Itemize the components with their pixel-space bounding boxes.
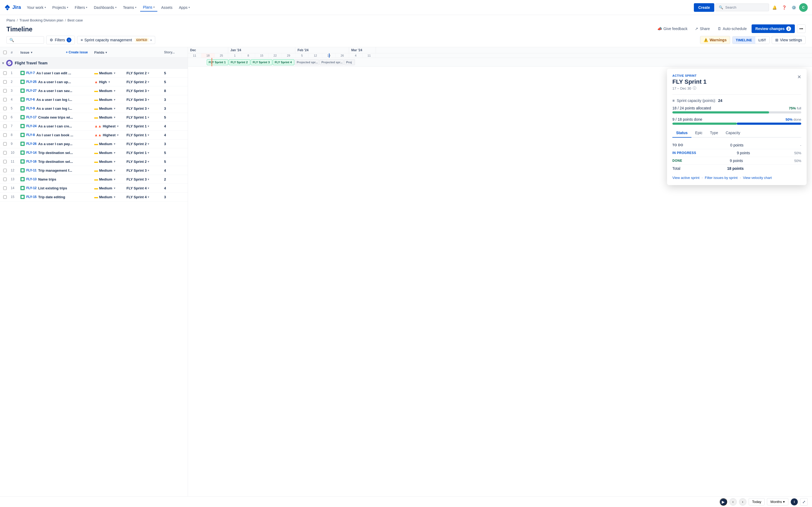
- nav-teams[interactable]: Teams ▾: [120, 4, 139, 11]
- play-button[interactable]: ▶: [720, 498, 727, 506]
- row-checkbox[interactable]: [3, 116, 7, 119]
- priority-dropdown-icon[interactable]: ▾: [114, 151, 115, 154]
- sprint-dropdown-icon[interactable]: ▾: [148, 89, 149, 92]
- sprint-dropdown-icon[interactable]: ▾: [148, 143, 149, 146]
- priority-dropdown-icon[interactable]: ▾: [114, 143, 115, 146]
- share-button[interactable]: ↗ Share: [692, 25, 712, 33]
- auto-schedule-button[interactable]: 🗓 Auto-schedule: [715, 25, 750, 33]
- search-bar[interactable]: 🔍 Search: [715, 3, 769, 11]
- notifications-button[interactable]: 🔔: [770, 3, 779, 12]
- expand-button[interactable]: ⤢: [800, 498, 808, 506]
- row-checkbox[interactable]: [3, 186, 7, 190]
- row-checkbox[interactable]: [3, 98, 7, 101]
- sprint-dropdown-icon[interactable]: ▾: [148, 72, 149, 74]
- sprint-bar-proj3[interactable]: Proj: [344, 59, 355, 65]
- nav-plans[interactable]: Plans ▾: [140, 3, 157, 11]
- row-checkbox[interactable]: [3, 178, 7, 181]
- issue-key[interactable]: FLY-6: [26, 98, 35, 101]
- sprint-dropdown-icon[interactable]: ▾: [148, 98, 149, 101]
- create-issue-button[interactable]: + Create issue: [64, 49, 90, 55]
- issue-key[interactable]: FLY-16: [26, 160, 37, 163]
- issue-key[interactable]: FLY-13: [26, 177, 37, 181]
- settings-button[interactable]: ⚙️: [790, 3, 798, 12]
- help-button[interactable]: ❓: [780, 3, 789, 12]
- select-all-checkbox[interactable]: [3, 51, 7, 54]
- view-velocity-link[interactable]: View velocity chart: [743, 176, 772, 180]
- view-settings-button[interactable]: ⊞ View settings: [772, 36, 806, 44]
- priority-dropdown-icon[interactable]: ▾: [114, 98, 115, 101]
- review-changes-button[interactable]: Review changes 2: [752, 24, 795, 33]
- issue-key[interactable]: FLY-8: [26, 133, 35, 137]
- team-collapse-icon[interactable]: ▾: [2, 61, 4, 65]
- row-checkbox[interactable]: [3, 151, 7, 155]
- issue-key[interactable]: FLY-11: [26, 168, 37, 172]
- nav-dashboards[interactable]: Dashboards ▾: [91, 4, 119, 11]
- issue-key[interactable]: FLY-15: [26, 195, 37, 199]
- sprint-dropdown-icon[interactable]: ▾: [148, 125, 149, 128]
- logo[interactable]: Jira: [4, 4, 21, 11]
- filter-issues-link[interactable]: Filter issues by sprint: [705, 176, 738, 180]
- sprint-dropdown-icon[interactable]: ▾: [148, 80, 149, 83]
- priority-dropdown-icon[interactable]: ▾: [114, 72, 115, 74]
- sprint-bar-proj2[interactable]: Projected spr...: [319, 59, 344, 65]
- info-button[interactable]: i: [791, 498, 798, 506]
- sprint-bar-fly4[interactable]: FLY Sprint 4: [273, 59, 294, 65]
- timeline-view-button[interactable]: TIMELINE: [732, 37, 755, 44]
- tab-status[interactable]: Status: [672, 128, 692, 137]
- sprint-dropdown-icon[interactable]: ▾: [148, 187, 149, 190]
- issue-key[interactable]: FLY-14: [26, 151, 37, 155]
- months-button[interactable]: Months ▾: [767, 498, 789, 505]
- row-checkbox[interactable]: [3, 124, 7, 128]
- nav-apps[interactable]: Apps ▾: [176, 4, 193, 11]
- filters-button[interactable]: ⚙ Filters 1: [46, 36, 75, 44]
- nav-your-work[interactable]: Your work ▾: [24, 4, 49, 11]
- row-checkbox[interactable]: [3, 169, 7, 172]
- tab-epic[interactable]: Epic: [692, 128, 706, 137]
- issue-key[interactable]: FLY-27: [26, 89, 37, 93]
- col-fields-header[interactable]: Fields ▾: [92, 48, 124, 57]
- sprint-dropdown-icon[interactable]: ▾: [148, 169, 149, 172]
- sprint-dropdown-icon[interactable]: ▾: [148, 133, 149, 136]
- sprint-bar-fly1[interactable]: FLY Sprint 1: [207, 59, 228, 65]
- sprint-capacity-filter[interactable]: ≡ Sprint capacity management EDITED ▾: [77, 36, 155, 44]
- tab-type[interactable]: Type: [706, 128, 722, 137]
- sprint-popup-close[interactable]: ✕: [797, 74, 801, 80]
- tab-capacity[interactable]: Capacity: [722, 128, 744, 137]
- avatar[interactable]: C: [799, 3, 808, 12]
- priority-dropdown-icon[interactable]: ▾: [114, 169, 115, 172]
- issue-key[interactable]: FLY-12: [26, 186, 37, 190]
- warnings-button[interactable]: ⚠️ Warnings: [700, 36, 730, 44]
- nav-assets[interactable]: Assets: [158, 4, 175, 11]
- breadcrumb-plans[interactable]: Plans: [6, 18, 15, 22]
- give-feedback-button[interactable]: 📣 Give feedback: [655, 25, 690, 33]
- next-button[interactable]: ›: [739, 498, 747, 506]
- row-checkbox[interactable]: [3, 80, 7, 84]
- nav-projects[interactable]: Projects ▾: [50, 4, 71, 11]
- row-checkbox[interactable]: [3, 71, 7, 75]
- list-view-button[interactable]: LIST: [755, 37, 769, 44]
- sprint-dropdown-icon[interactable]: ▾: [148, 160, 149, 163]
- issue-key[interactable]: FLY-17: [26, 115, 37, 119]
- row-checkbox[interactable]: [3, 195, 7, 199]
- sprint-dropdown-icon[interactable]: ▾: [148, 178, 149, 181]
- sprint-bar-proj1[interactable]: Projected spr...: [295, 59, 319, 65]
- prev-button[interactable]: ‹: [729, 498, 737, 506]
- issue-key[interactable]: FLY-24: [26, 124, 37, 128]
- priority-dropdown-icon[interactable]: ▾: [117, 125, 118, 128]
- create-button[interactable]: Create: [694, 3, 714, 12]
- sprint-bar-fly3[interactable]: FLY Sprint 3: [251, 59, 272, 65]
- priority-dropdown-icon[interactable]: ▾: [114, 187, 115, 190]
- more-options-button[interactable]: •••: [797, 24, 806, 33]
- priority-dropdown-icon[interactable]: ▾: [114, 89, 115, 92]
- row-checkbox[interactable]: [3, 89, 7, 93]
- priority-dropdown-icon[interactable]: ▾: [114, 116, 115, 119]
- sprint-dropdown-icon[interactable]: ▾: [148, 116, 149, 119]
- priority-dropdown-icon[interactable]: ▾: [117, 133, 118, 136]
- priority-dropdown-icon[interactable]: ▾: [114, 107, 115, 110]
- row-checkbox[interactable]: [3, 133, 7, 137]
- today-button[interactable]: Today: [749, 498, 765, 505]
- view-active-sprint-link[interactable]: View active sprint: [672, 176, 700, 180]
- sprint-dropdown-icon[interactable]: ▾: [148, 151, 149, 154]
- sprint-dropdown-icon[interactable]: ▾: [148, 195, 149, 199]
- priority-dropdown-icon[interactable]: ▾: [108, 80, 110, 83]
